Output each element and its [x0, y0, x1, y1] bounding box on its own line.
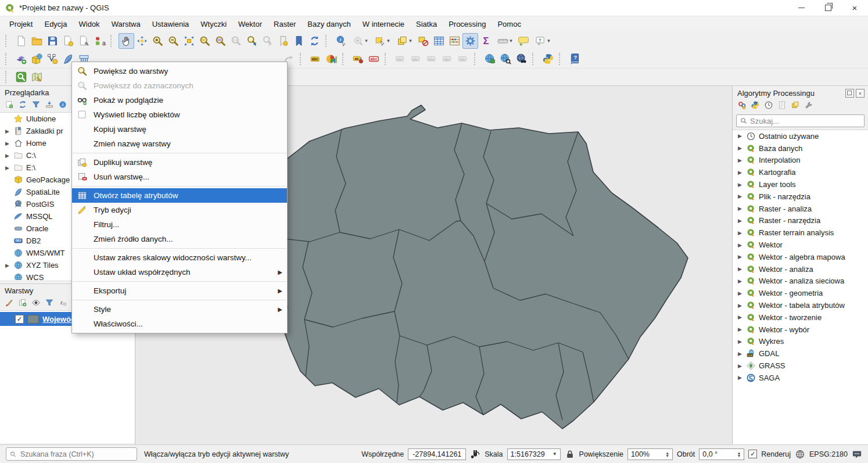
filter-by-expression-button[interactable]: ε [57, 297, 69, 308]
magnifier-spinbox[interactable]: 100%▲▼ [627, 448, 673, 460]
expand-arrow-icon[interactable]: ▶ [737, 290, 743, 296]
expand-arrow-icon[interactable]: ▶ [5, 153, 10, 159]
processing-options-button[interactable] [803, 99, 815, 111]
menu-widok[interactable]: Widok [73, 16, 106, 31]
close-panel-button[interactable]: × [856, 89, 865, 98]
context-menu-item-ustaw-zakres-skalowy-widocznosci-warstwy[interactable]: Ustaw zakres skalowy widoczności warstwy… [72, 250, 287, 265]
tree-item-raster-terrain-analysis[interactable]: ▶Raster terrain analysis [733, 227, 868, 239]
data-source-manager-button[interactable] [13, 51, 29, 67]
expand-arrow-icon[interactable]: ▶ [737, 242, 743, 248]
extents-toggle-icon[interactable] [470, 449, 480, 460]
expand-arrow-icon[interactable]: ▶ [737, 145, 743, 151]
measure-line-button[interactable]: ▼ [494, 33, 516, 49]
add-raster-layer-button[interactable] [29, 51, 45, 67]
minimize-button[interactable] [788, 0, 815, 16]
processing-search-box[interactable]: Szukaj... [736, 114, 865, 127]
layer-visibility-checkbox[interactable]: ✓ [15, 315, 24, 324]
map-tips-button[interactable] [516, 33, 532, 49]
select-features-button[interactable]: ▼ [371, 33, 393, 49]
zoom-to-layer-button[interactable] [213, 33, 228, 49]
layer-labeling-button[interactable]: abc [308, 51, 324, 67]
chevron-down-icon[interactable]: ▼ [386, 38, 391, 44]
expand-arrow-icon[interactable]: ▶ [737, 303, 743, 308]
new-project-button[interactable] [13, 33, 29, 49]
zoom-out-button[interactable] [166, 33, 181, 49]
rotation-spinbox[interactable]: 0,0 °▲▼ [699, 448, 744, 460]
python-processing-button[interactable] [749, 99, 761, 111]
render-checkbox[interactable]: ✓ [748, 450, 757, 458]
crs-globe-icon[interactable] [795, 449, 805, 460]
show-bookmarks-button[interactable] [291, 33, 307, 49]
web-map-services-button[interactable] [498, 51, 514, 67]
context-menu-item-wlasciwosci[interactable]: Właściwości... [72, 317, 287, 331]
context-menu-item-style[interactable]: Style▶ [72, 302, 287, 317]
menu-warstwa[interactable]: Warstwa [106, 16, 146, 31]
pin-labels-button[interactable]: ab [350, 51, 366, 67]
help-contents-button[interactable]: ? [567, 51, 583, 67]
expand-arrow-icon[interactable]: ▶ [737, 314, 743, 320]
expand-arrow-icon[interactable]: ▶ [737, 375, 743, 381]
processing-models-button[interactable] [736, 99, 748, 111]
tree-item-raster-analiza[interactable]: ▶Raster - analiza [733, 203, 868, 215]
layout-manager-button[interactable] [76, 33, 92, 49]
menu-projekt[interactable]: Projekt [3, 16, 38, 31]
restore-button[interactable] [815, 0, 841, 16]
close-button[interactable]: × [841, 0, 868, 16]
coords-input[interactable]: -27894,141261 [408, 448, 466, 460]
text-annotation-button[interactable]: T▼ [532, 33, 554, 49]
context-menu-item-tryb-edycji[interactable]: Tryb edycji [72, 203, 287, 217]
expand-arrow-icon[interactable]: ▶ [737, 326, 743, 332]
open-project-button[interactable] [29, 33, 45, 49]
expand-arrow-icon[interactable]: ▶ [737, 206, 743, 211]
open-layer-styling-button[interactable] [3, 297, 15, 308]
expand-arrow-icon[interactable]: ▶ [737, 157, 743, 163]
expand-arrow-icon[interactable]: ▶ [737, 182, 743, 188]
tree-item-raster-narzedzia[interactable]: ▶Raster - narzędzia [733, 215, 868, 227]
tree-item-gdal[interactable]: ▶GDALGDAL [733, 347, 868, 360]
properties-widget-button[interactable]: i [57, 99, 69, 110]
tree-item-wektor-tabela-atrybutow[interactable]: ▶Wektor - tabela atrybutów [733, 299, 868, 311]
processing-log-button[interactable] [776, 99, 788, 111]
expand-arrow-icon[interactable]: ▶ [737, 339, 743, 344]
locator-search-input[interactable] [19, 450, 133, 459]
expand-arrow-icon[interactable]: ▶ [737, 230, 743, 236]
expand-arrow-icon[interactable]: ▶ [737, 193, 743, 199]
new-geopackage-layer-button[interactable] [45, 51, 60, 67]
expand-arrow-icon[interactable]: ▶ [737, 351, 743, 357]
lock-scale-icon[interactable] [565, 449, 575, 460]
context-menu-item-zmien-nazwe-warstwy[interactable]: Zmień nazwę warstwy [72, 137, 287, 151]
tree-item-wektor-geometria[interactable]: ▶Wektor - geometria [733, 287, 868, 299]
processing-history-button[interactable] [763, 99, 774, 111]
save-project-button[interactable] [45, 33, 60, 49]
expand-arrow-icon[interactable]: ▶ [737, 218, 743, 224]
menu-ustawienia[interactable]: Ustawienia [146, 16, 195, 31]
tree-item-wektor-algebra-mapowa[interactable]: ▶Wektor - algebra mapowa [733, 251, 868, 263]
tree-item-wektor-wybor[interactable]: ▶Wektor - wybór [733, 324, 868, 336]
chevron-down-icon[interactable]: ▼ [408, 38, 413, 44]
context-menu-item-filtruj[interactable]: Filtruj... [72, 217, 287, 232]
show-statistics-button[interactable]: Σ [478, 33, 494, 49]
new-print-layout-button[interactable] [60, 33, 76, 49]
undock-panel-button[interactable] [845, 89, 854, 98]
expand-arrow-icon[interactable]: ▶ [737, 133, 743, 139]
expand-arrow-icon[interactable]: ▶ [5, 263, 10, 268]
context-menu-item-wyswietl-liczbe-obiektow[interactable]: Wyświetl liczbę obiektów [72, 107, 287, 122]
tree-item-wykres[interactable]: ▶Wykres [733, 336, 868, 348]
select-by-value-button[interactable]: ▼ [393, 33, 415, 49]
tree-item-saga[interactable]: ▶SAGA [733, 372, 868, 384]
expand-arrow-icon[interactable]: ▶ [5, 165, 10, 171]
tree-item-wektor-analiza-sieciowa[interactable]: ▶Wektor - analiza sieciowa [733, 275, 868, 288]
identify-features-button[interactable]: i [333, 33, 349, 49]
spinner-arrows-icon[interactable]: ▲▼ [737, 451, 741, 457]
manage-map-themes-button[interactable] [30, 297, 42, 308]
refresh-map-button[interactable] [307, 33, 322, 49]
chevron-down-icon[interactable]: ▼ [509, 38, 514, 44]
new-bookmark-button[interactable] [275, 33, 291, 49]
spinner-arrows-icon[interactable]: ▲▼ [666, 451, 669, 457]
map-composer-button[interactable] [29, 69, 45, 85]
tree-item-grass[interactable]: ▶GRASS [733, 360, 868, 372]
expand-arrow-icon[interactable]: ▶ [5, 141, 10, 146]
tree-item-layer-tools[interactable]: ▶Layer tools [733, 178, 868, 191]
menu-processing[interactable]: Processing [443, 16, 492, 31]
menu-bazy-danych[interactable]: Bazy danych [302, 16, 356, 31]
